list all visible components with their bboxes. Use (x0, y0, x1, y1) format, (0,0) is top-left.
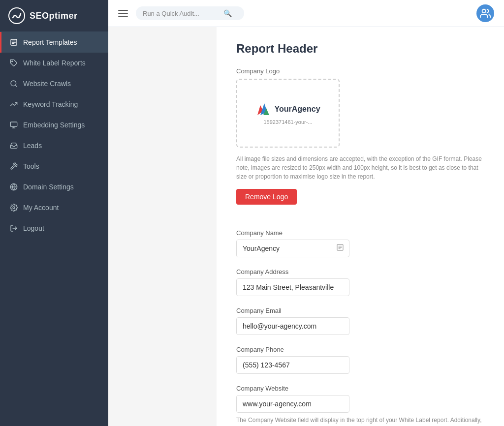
logo-filename: 1592371461-your-... (263, 119, 312, 125)
topbar: 🔍 (108, 0, 504, 27)
logout-icon (9, 224, 18, 233)
trending-icon (9, 100, 18, 109)
company-address-group: Company Address (236, 268, 484, 296)
sidebar-item-label-white-label-reports: White Label Reports (23, 59, 86, 67)
company-name-icon (331, 243, 349, 253)
sidebar: SEOptimer Report Templates White Label R… (0, 0, 108, 426)
company-email-label: Company Email (236, 307, 484, 314)
company-phone-input[interactable] (236, 356, 349, 374)
inbox-icon (9, 141, 18, 150)
search-bar: 🔍 (136, 6, 244, 20)
search-circle-icon (9, 79, 18, 88)
company-website-input[interactable] (236, 395, 349, 413)
search-input[interactable] (143, 10, 221, 17)
sidebar-item-embedding-settings[interactable]: Embedding Settings (0, 115, 108, 135)
page-title: Report Header (236, 42, 484, 56)
company-website-label: Company Website (236, 385, 484, 392)
sidebar-item-label-website-crawls: Website Crawls (23, 80, 71, 88)
sidebar-item-tools[interactable]: Tools (0, 156, 108, 177)
agency-logo-svg (255, 101, 271, 117)
company-phone-label: Company Phone (236, 346, 484, 353)
svg-point-2 (12, 61, 13, 62)
app-name: SEOptimer (30, 11, 78, 21)
sidebar-item-keyword-tracking[interactable]: Keyword Tracking (0, 94, 108, 115)
sidebar-item-leads[interactable]: Leads (0, 135, 108, 156)
tag-icon (9, 59, 18, 67)
sidebar-item-label-keyword-tracking: Keyword Tracking (23, 100, 78, 108)
sidebar-item-label-my-account: My Account (23, 204, 59, 212)
company-name-input-wrapper (236, 240, 349, 257)
company-phone-group: Company Phone (236, 346, 484, 374)
svg-point-7 (13, 207, 15, 209)
sidebar-item-label-embedding-settings: Embedding Settings (23, 121, 85, 129)
agency-logo-preview: YourAgency (255, 101, 320, 117)
gear-icon (9, 203, 18, 212)
sidebar-item-label-domain-settings: Domain Settings (23, 183, 74, 191)
agency-name-logo: YourAgency (274, 105, 320, 114)
sidebar-item-white-label-reports[interactable]: White Label Reports (0, 53, 108, 73)
company-email-group: Company Email (236, 307, 484, 335)
seoptimer-logo-icon (8, 7, 26, 25)
website-footer-note: The Company Website field will display i… (236, 416, 484, 426)
monitor-icon (9, 121, 18, 129)
sidebar-item-logout[interactable]: Logout (0, 218, 108, 239)
wrench-icon (9, 162, 18, 171)
company-email-input[interactable] (236, 317, 349, 335)
sidebar-item-website-crawls[interactable]: Website Crawls (0, 73, 108, 94)
company-address-input[interactable] (236, 278, 349, 296)
company-logo-label: Company Logo (236, 67, 484, 75)
logo-info-text: All image file sizes and dimensions are … (236, 154, 484, 181)
sidebar-item-label-report-templates: Report Templates (23, 38, 77, 46)
nav-items: Report Templates White Label Reports Web… (0, 32, 108, 239)
avatar-icon (480, 8, 491, 19)
sidebar-item-label-logout: Logout (23, 224, 44, 232)
logo-upload-area[interactable]: YourAgency 1592371461-your-... (236, 79, 340, 148)
sidebar-item-label-tools: Tools (23, 162, 39, 170)
hamburger-button[interactable] (118, 10, 128, 17)
svg-point-9 (482, 9, 486, 13)
hamburger-line-3 (118, 16, 128, 17)
sidebar-logo: SEOptimer (0, 0, 108, 32)
company-website-group: Company Website The Company Website fiel… (236, 385, 484, 426)
hamburger-line-2 (118, 13, 128, 14)
globe-icon (9, 183, 18, 191)
sidebar-item-domain-settings[interactable]: Domain Settings (0, 177, 108, 197)
company-name-group: Company Name (236, 229, 484, 257)
svg-rect-4 (10, 122, 17, 126)
company-logo-section: Company Logo YourAgency 1592371461-your-… (236, 67, 484, 218)
sidebar-item-my-account[interactable]: My Account (0, 197, 108, 218)
company-name-label: Company Name (236, 229, 484, 237)
hamburger-line-1 (118, 10, 128, 11)
topbar-right (476, 4, 494, 22)
main-content: Report Header Company Logo YourAgency 15… (217, 27, 504, 426)
user-avatar[interactable] (476, 4, 494, 22)
sidebar-item-label-leads: Leads (23, 142, 42, 150)
company-name-input[interactable] (237, 240, 331, 257)
remove-logo-button[interactable]: Remove Logo (236, 189, 297, 205)
file-icon (9, 38, 18, 47)
company-address-label: Company Address (236, 268, 484, 275)
search-icon: 🔍 (223, 9, 232, 17)
sidebar-item-report-templates[interactable]: Report Templates (0, 32, 108, 53)
logo-preview: YourAgency 1592371461-your-... (251, 96, 325, 130)
